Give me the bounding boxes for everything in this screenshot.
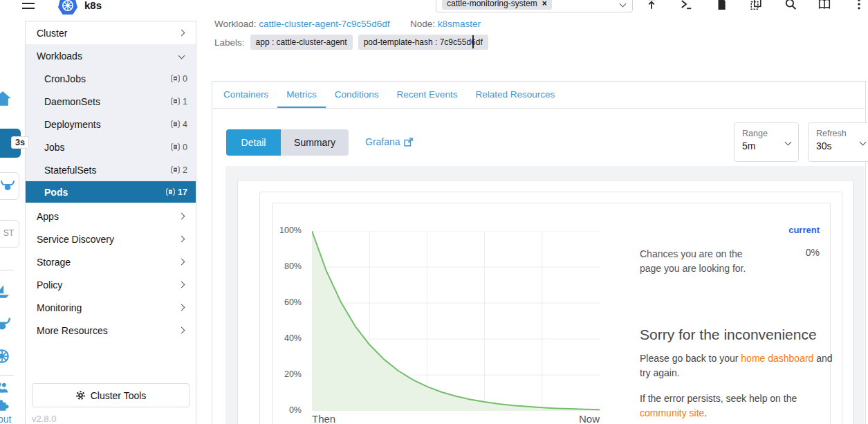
cluster-tools-label: Cluster Tools <box>91 390 147 401</box>
sidebar-item-cronjobs[interactable]: CronJobs 0 <box>26 67 196 90</box>
active-cluster-badge[interactable]: 3s <box>0 129 21 158</box>
sidebar-item-workloads[interactable]: Workloads <box>26 44 196 67</box>
chevron-right-icon <box>178 304 185 311</box>
refresh-dropdown[interactable]: Refresh 30s <box>808 122 868 162</box>
rancher-steer-icon[interactable] <box>0 315 12 333</box>
cluster-tools-button[interactable]: Cluster Tools <box>32 383 190 407</box>
workload-label: Workload: <box>214 19 257 29</box>
about-link[interactable]: out <box>0 414 11 424</box>
copy-kubeconfig-icon[interactable] <box>750 0 762 10</box>
grafana-link[interactable]: Grafana <box>365 136 413 147</box>
count-badge-icon <box>171 120 180 128</box>
sidebar-item-daemonsets[interactable]: DaemonSets 1 <box>26 90 196 113</box>
cluster-badge-st[interactable]: ST <box>0 220 19 248</box>
y-tick-label: 20% <box>284 369 302 379</box>
kubernetes-logo <box>58 0 77 15</box>
community-site-link[interactable]: community site <box>640 407 704 418</box>
count-badge-icon <box>171 98 180 105</box>
hamburger-menu-icon[interactable] <box>0 1 35 15</box>
sidebar-item-label: Pods <box>44 187 68 198</box>
workloads-group: Workloads CronJobs 0 DaemonSets 1 Deploy… <box>26 44 196 203</box>
namespace-tag-label: cattle-monitoring-system <box>447 0 537 8</box>
import-yaml-icon[interactable] <box>645 0 658 10</box>
sidebar-item-pods[interactable]: Pods 17 <box>26 181 196 203</box>
sidebar-item-service-discovery[interactable]: Service Discovery <box>26 228 196 250</box>
sidebar-item-label: DaemonSets <box>44 96 100 107</box>
range-dropdown[interactable]: Range 5m <box>734 122 799 162</box>
chart-x-axis-labels: Then Now <box>312 413 600 424</box>
kubernetes-wheel-icon[interactable] <box>0 348 12 366</box>
y-tick-label: 0% <box>289 405 302 415</box>
resource-count: 4 <box>171 120 187 129</box>
sidebar-item-policy[interactable]: Policy <box>26 273 196 296</box>
home-icon[interactable] <box>0 90 12 108</box>
p1-text: Please go back to your <box>640 353 741 364</box>
download-kubeconfig-icon[interactable] <box>715 0 728 10</box>
refresh-value: 30s <box>816 140 865 151</box>
rancher-version: v2.8.0 <box>32 414 56 424</box>
tab-containers[interactable]: Containers <box>214 82 277 108</box>
docs-book-icon[interactable] <box>818 0 831 10</box>
node-link[interactable]: k8smaster <box>438 19 481 29</box>
tab-related-resources[interactable]: Related Resources <box>466 82 564 108</box>
sidebar-item-cluster[interactable]: Cluster <box>26 21 196 44</box>
summary-button[interactable]: Summary <box>281 129 349 156</box>
pod-summary-row: Workload: cattle-cluster-agent-7c9c55d6d… <box>214 19 481 29</box>
count-value: 0 <box>183 142 187 152</box>
count-badge-icon <box>166 188 175 196</box>
external-link-icon <box>404 138 413 147</box>
extensions-puzzle-icon[interactable] <box>0 397 12 415</box>
sidebar-item-statefulsets[interactable]: StatefulSets 2 <box>26 158 196 181</box>
tab-conditions[interactable]: Conditions <box>326 82 388 108</box>
workload-link[interactable]: cattle-cluster-agent-7c9c55d6df <box>259 19 389 29</box>
chevron-right-icon <box>178 213 185 220</box>
decay-chart <box>312 231 600 411</box>
sidebar-item-label: Storage <box>37 257 71 268</box>
cluster-title: k8s <box>84 0 102 11</box>
users-icon[interactable] <box>0 380 12 398</box>
sidebar-item-more-resources[interactable]: More Resources <box>26 319 196 342</box>
y-tick-label: 40% <box>284 333 302 343</box>
detail-button[interactable]: Detail <box>226 129 281 156</box>
search-icon[interactable] <box>784 0 797 10</box>
cluster-badge-label: 3s <box>11 136 29 149</box>
home-dashboard-link[interactable]: home dashboard <box>741 353 813 364</box>
sidebar-item-apps[interactable]: Apps <box>26 205 196 228</box>
sidebar-item-label: Jobs <box>44 142 65 153</box>
chevron-right-icon <box>178 282 185 288</box>
rancher-cluster-badge[interactable] <box>0 172 19 200</box>
namespace-filter-select[interactable]: cattle-monitoring-system × <box>436 0 633 12</box>
error-heading: Sorry for the inconvenience <box>640 326 817 343</box>
sidebar-item-label: CronJobs <box>44 73 86 84</box>
resource-count: 2 <box>171 165 187 175</box>
sidebar-item-label: Apps <box>37 211 59 222</box>
remove-tag-icon[interactable]: × <box>542 0 547 8</box>
kubectl-shell-icon[interactable] <box>680 0 692 10</box>
sidebar-item-storage[interactable]: Storage <box>26 250 196 273</box>
error-paragraph-1: Please go back to your home dashboard an… <box>640 351 833 380</box>
cluster-badge-st-label: ST <box>3 228 14 238</box>
tab-metrics[interactable]: Metrics <box>277 82 326 108</box>
icon-rail: 3s ST out <box>0 0 25 424</box>
tab-recent-events[interactable]: Recent Events <box>388 82 467 108</box>
rail-divider <box>0 375 14 376</box>
x-label-then: Then <box>312 413 335 424</box>
refresh-label: Refresh <box>816 129 865 138</box>
harvester-sailboat-icon[interactable] <box>0 284 12 302</box>
sidebar-item-label: Workloads <box>37 50 82 62</box>
sidebar-item-deployments[interactable]: Deployments 4 <box>26 113 196 136</box>
sidebar-item-jobs[interactable]: Jobs 0 <box>26 136 196 158</box>
resource-count: 1 <box>171 97 187 107</box>
x-label-now: Now <box>579 413 600 424</box>
count-badge-icon <box>171 166 180 174</box>
error-paragraph-2: If the error persists, seek help on the … <box>640 391 833 421</box>
chevron-right-icon <box>178 30 185 37</box>
legend-header: current <box>640 225 820 235</box>
chevron-right-icon <box>178 327 185 334</box>
chevron-right-icon <box>178 259 185 266</box>
chevron-down-icon <box>620 1 627 8</box>
count-value: 1 <box>183 97 187 107</box>
sidebar-item-label: Policy <box>37 279 62 291</box>
sidebar-item-monitoring[interactable]: Monitoring <box>26 296 196 319</box>
kebab-menu-icon[interactable] <box>853 0 865 10</box>
